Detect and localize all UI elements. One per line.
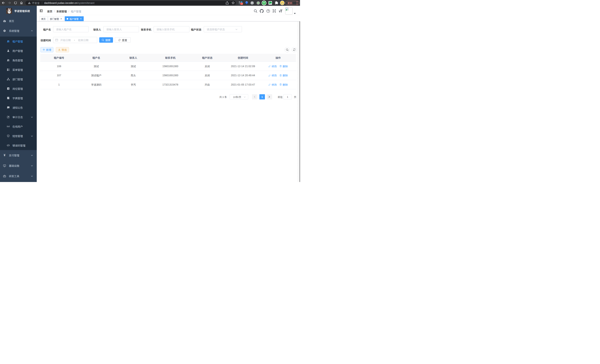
- svg-text:10: 10: [241, 3, 243, 5]
